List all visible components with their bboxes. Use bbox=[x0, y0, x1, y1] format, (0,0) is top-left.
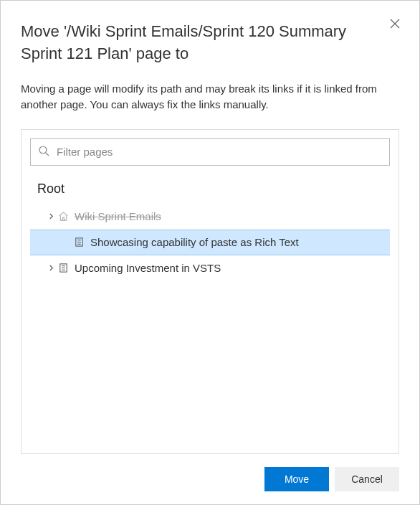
tree-item[interactable]: Showcasing capability of paste as Rich T… bbox=[30, 230, 390, 255]
dialog-title: Move '/Wiki Sprint Emails/Sprint 120 Sum… bbox=[21, 21, 399, 65]
tree-item-label: Wiki Sprint Emails bbox=[75, 210, 161, 222]
page-icon bbox=[57, 263, 69, 274]
filter-field[interactable] bbox=[30, 138, 390, 166]
svg-line-3 bbox=[46, 153, 49, 156]
move-page-dialog: Move '/Wiki Sprint Emails/Sprint 120 Sum… bbox=[0, 0, 420, 505]
close-button[interactable] bbox=[386, 16, 404, 34]
cancel-button[interactable]: Cancel bbox=[335, 467, 399, 491]
tree-item[interactable]: Wiki Sprint Emails bbox=[30, 204, 390, 230]
svg-point-2 bbox=[39, 146, 47, 154]
page-tree: Root Wiki Sprint Emails bbox=[30, 179, 390, 445]
tree-item-label: Upcoming Investment in VSTS bbox=[75, 262, 221, 274]
tree-item[interactable]: Upcoming Investment in VSTS bbox=[30, 255, 390, 281]
page-tree-panel: Root Wiki Sprint Emails bbox=[21, 129, 399, 454]
filter-input[interactable] bbox=[55, 145, 382, 159]
search-icon bbox=[38, 145, 49, 159]
tree-item-label: Showcasing capability of paste as Rich T… bbox=[90, 236, 299, 248]
close-icon bbox=[390, 19, 400, 32]
home-icon bbox=[57, 211, 69, 222]
root-node[interactable]: Root bbox=[30, 179, 390, 204]
dialog-footer: Move Cancel bbox=[21, 454, 399, 491]
page-icon bbox=[73, 237, 85, 248]
move-button[interactable]: Move bbox=[264, 467, 329, 491]
chevron-right-icon[interactable] bbox=[44, 213, 57, 220]
chevron-right-icon[interactable] bbox=[44, 265, 57, 271]
dialog-description: Moving a page will modify its path and m… bbox=[21, 81, 399, 113]
